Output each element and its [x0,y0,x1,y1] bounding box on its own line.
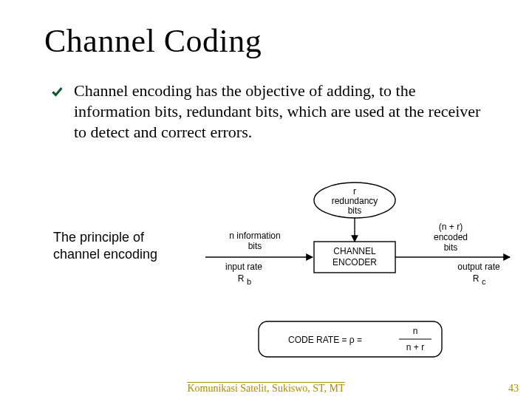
diagram-caption: The principle of channel encoding [53,229,179,262]
input-rate-sym: R [238,273,245,284]
input-rate: input rate [225,262,262,272]
encoded-mid: encoded [434,232,468,242]
frac-top: n [413,326,418,336]
footer-text: Komunikasi Satelit, Sukiswo, ST, MT [0,383,532,395]
output-rate-sym: R [473,273,480,284]
input-rate-sub: b [247,277,251,286]
bullet-text: Channel encoding has the objective of ad… [74,81,488,143]
page-title: Channel Coding [44,22,495,60]
bullet-item: Channel encoding has the objective of ad… [50,81,495,143]
encoder-bottom: ENCODER [332,257,377,267]
redundancy-bits: bits [348,205,362,216]
encoded-bits: bits [444,242,458,253]
output-rate-sub: c [482,277,486,286]
encoded-top: (n + r) [439,222,463,232]
redundancy-r: r [353,186,356,197]
encoder-top: CHANNEL [333,246,376,256]
code-rate-label: CODE RATE = ρ = [288,335,362,345]
frac-bottom: n + r [406,342,424,352]
n-info-bits: bits [248,241,262,251]
n-info: n information [229,231,280,241]
slide: Channel Coding Channel encoding has the … [0,0,532,399]
checkmark-icon [50,85,64,98]
channel-encoding-diagram: r redundancy bits CHANNEL ENCODER n info… [192,181,517,373]
output-rate: output rate [457,262,500,272]
redundancy-label: redundancy [332,196,378,206]
page-number: 43 [508,383,519,395]
